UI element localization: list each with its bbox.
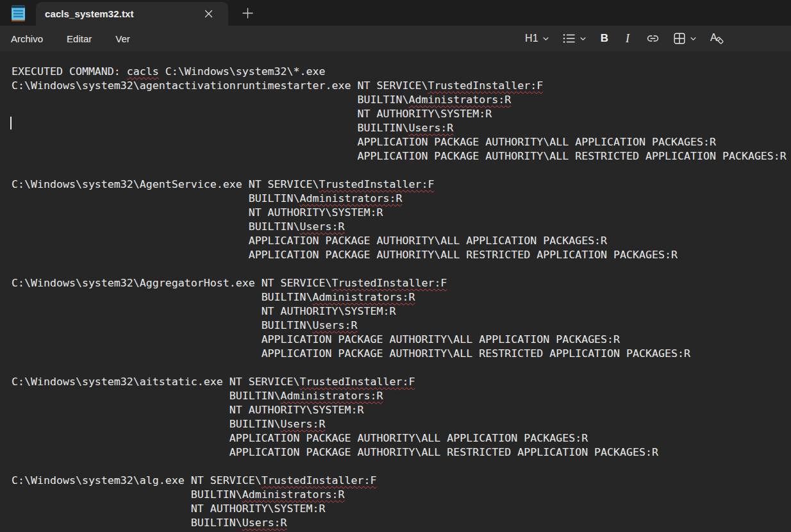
bullet-list-icon: [562, 32, 576, 45]
command-bar: Archivo Editar Ver H1: [0, 26, 791, 51]
text-segment: [12, 249, 249, 261]
document-text: EXECUTED COMMAND: cacls C:\Windows\syste…: [12, 65, 791, 532]
misspelled-word: TrustedInstaller:F: [300, 376, 415, 388]
misspelled-word: Users:R: [408, 122, 453, 134]
text-segment: NT AUTHORITY\SYSTEM:R: [229, 404, 364, 416]
text-line: NT AUTHORITY\SYSTEM:R: [12, 502, 791, 516]
bold-label: B: [601, 32, 608, 45]
text-line: APPLICATION PACKAGE AUTHORITY\ALL APPLIC…: [12, 333, 791, 347]
text-segment: BUILTIN\: [191, 488, 242, 501]
text-segment: BUILTIN\: [229, 390, 281, 402]
text-segment: [12, 291, 262, 303]
text-segment: BUILTIN\: [262, 291, 313, 303]
text-line: BUILTIN\Users:R: [12, 319, 791, 333]
menu-bar: Archivo Editar Ver: [3, 26, 146, 51]
text-caret: [10, 117, 12, 129]
misspelled-word: Administrators:R: [408, 94, 511, 106]
plus-icon: [242, 8, 253, 19]
misspelled-word: Users:R: [313, 319, 358, 331]
tab-cacls-system32[interactable]: cacls_system32.txt: [36, 2, 228, 26]
text-segment: NT SERVICE\: [249, 178, 319, 190]
text-segment: [12, 192, 249, 204]
table-icon: [673, 32, 686, 45]
menu-editar[interactable]: Editar: [58, 26, 100, 51]
text-segment: BUILTIN\: [249, 220, 300, 233]
text-line: C:\Windows\system32\AgentService.exe NT …: [12, 178, 791, 192]
text-line: APPLICATION PACKAGE AUTHORITY\ALL APPLIC…: [12, 431, 791, 445]
text-segment: C:\Windows\system32\AgentService.exe: [12, 178, 249, 190]
text-line: BUILTIN\Administrators:R: [12, 93, 791, 107]
tab-bar: cacls_system32.txt: [0, 0, 791, 26]
text-segment: APPLICATION PACKAGE AUTHORITY\ALL APPLIC…: [249, 235, 607, 247]
notepad-app-icon: [10, 4, 27, 22]
new-tab-button[interactable]: [237, 3, 258, 23]
tab-close-button[interactable]: [200, 6, 217, 22]
misspelled-word: TrustedInstaller:F: [428, 79, 543, 92]
misspelled-word: Users:R: [242, 517, 287, 529]
misspelled-word: cacls: [127, 65, 159, 78]
text-segment: C:\Windows\system32\agentactivationrunti…: [12, 79, 357, 92]
text-line: APPLICATION PACKAGE AUTHORITY\ALL RESTRI…: [12, 347, 791, 361]
misspelled-word: Users:R: [300, 220, 345, 233]
text-segment: NT AUTHORITY\SYSTEM:R: [249, 206, 383, 219]
misspelled-word: Users:R: [281, 418, 326, 430]
italic-label: I: [624, 32, 631, 46]
text-line: C:\Windows\system32\alg.exe NT SERVICE\T…: [12, 474, 791, 488]
text-line: [12, 262, 791, 276]
chevron-down-icon: [690, 35, 697, 42]
bold-button[interactable]: B: [595, 28, 614, 49]
text-segment: BUILTIN\: [191, 517, 242, 529]
text-segment: BUILTIN\: [262, 319, 313, 331]
menu-archivo[interactable]: Archivo: [3, 26, 51, 51]
text-line: [12, 361, 791, 375]
text-segment: NT SERVICE\: [357, 79, 428, 92]
misspelled-word: TrustedInstaller:F: [262, 474, 377, 486]
text-segment: [12, 390, 229, 402]
text-line: APPLICATION PACKAGE AUTHORITY\ALL RESTRI…: [12, 248, 791, 262]
insert-table-button[interactable]: [669, 28, 701, 49]
text-segment: APPLICATION PACKAGE AUTHORITY\ALL RESTRI…: [229, 446, 658, 458]
text-segment: NT SERVICE\: [191, 474, 262, 486]
format-toolbar: H1 B I: [520, 28, 791, 49]
text-line: NT AUTHORITY\SYSTEM:R: [12, 403, 791, 417]
misspelled-word: Administrators:R: [281, 390, 383, 402]
clear-formatting-icon: A: [710, 31, 725, 46]
text-segment: [12, 517, 191, 529]
heading-label: H1: [525, 33, 538, 44]
text-segment: APPLICATION PACKAGE AUTHORITY\ALL RESTRI…: [357, 150, 786, 162]
list-style-button[interactable]: [558, 28, 591, 49]
text-segment: BUILTIN\: [249, 192, 300, 204]
chevron-down-icon: [542, 35, 549, 42]
app-menu-button[interactable]: [0, 0, 36, 26]
link-icon: [645, 31, 660, 46]
text-segment: C:\Windows\system32\aitstatic.exe: [12, 376, 229, 388]
text-line: BUILTIN\Users:R: [12, 220, 791, 234]
misspelled-word: Administrators:R: [300, 192, 403, 204]
text-segment: APPLICATION PACKAGE AUTHORITY\ALL APPLIC…: [262, 333, 620, 345]
text-line: BUILTIN\Administrators:R: [12, 192, 791, 206]
text-segment: [12, 108, 357, 120]
text-line: NT AUTHORITY\SYSTEM:R: [12, 206, 791, 220]
text-segment: BUILTIN\: [357, 122, 408, 134]
text-line: BUILTIN\Users:R: [12, 516, 791, 530]
text-segment: [12, 488, 191, 501]
text-segment: [12, 305, 262, 317]
text-segment: C:\Windows\system32\alg.exe: [12, 474, 191, 486]
chevron-down-icon: [579, 35, 587, 42]
notepad-window: cacls_system32.txt Archivo Editar Ver H1: [0, 0, 791, 532]
text-segment: NT SERVICE\: [262, 277, 332, 289]
insert-link-button[interactable]: [641, 28, 665, 49]
text-segment: NT AUTHORITY\SYSTEM:R: [357, 108, 492, 120]
text-line: BUILTIN\Users:R: [12, 121, 791, 135]
editor-text-area[interactable]: EXECUTED COMMAND: cacls C:\Windows\syste…: [0, 51, 791, 532]
text-segment: [12, 347, 262, 360]
text-line: NT AUTHORITY\SYSTEM:R: [12, 107, 791, 121]
text-segment: APPLICATION PACKAGE AUTHORITY\ALL RESTRI…: [249, 249, 678, 261]
clear-formatting-button[interactable]: A: [705, 28, 729, 49]
heading-style-button[interactable]: H1: [520, 28, 554, 49]
menu-ver[interactable]: Ver: [107, 26, 138, 51]
text-line: APPLICATION PACKAGE AUTHORITY\ALL RESTRI…: [12, 149, 791, 163]
text-segment: NT AUTHORITY\SYSTEM:R: [191, 503, 326, 515]
italic-button[interactable]: I: [618, 28, 637, 49]
text-line: APPLICATION PACKAGE AUTHORITY\ALL APPLIC…: [12, 234, 791, 248]
